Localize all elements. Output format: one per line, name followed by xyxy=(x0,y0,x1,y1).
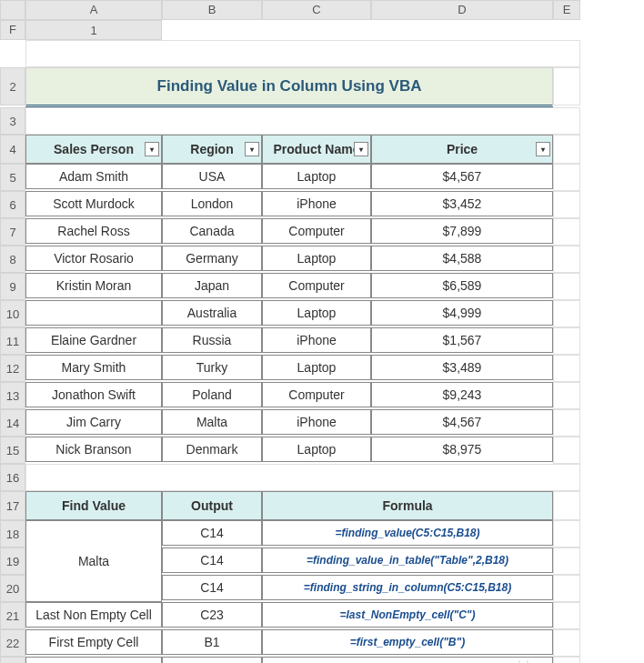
cell[interactable] xyxy=(553,218,580,246)
table-cell[interactable]: $3,489 xyxy=(371,355,553,380)
table-cell[interactable]: $4,999 xyxy=(371,300,553,326)
output-cell[interactable]: C14 xyxy=(162,520,262,546)
output-cell[interactable]: C14 xyxy=(162,547,262,573)
row-header-3[interactable]: 3 xyxy=(0,107,25,135)
table-cell[interactable]: Turky xyxy=(162,355,262,380)
table-cell[interactable]: Laptop xyxy=(262,246,371,271)
cell[interactable] xyxy=(553,273,580,300)
table-cell[interactable]: USA xyxy=(162,164,262,189)
header-region[interactable]: Region▾ xyxy=(162,135,262,164)
table-cell[interactable]: Laptop xyxy=(262,437,371,462)
row-header-6[interactable]: 6 xyxy=(0,191,25,218)
table-cell[interactable]: $7,899 xyxy=(371,218,553,244)
table-cell[interactable]: Adam Smith xyxy=(25,164,162,189)
table-cell[interactable]: Laptop xyxy=(262,355,371,380)
table-cell[interactable]: London xyxy=(162,191,262,216)
table-cell[interactable]: $1,567 xyxy=(371,327,553,353)
table-cell[interactable]: $4,588 xyxy=(371,246,553,271)
cell[interactable] xyxy=(553,355,580,382)
col-header-F[interactable]: F xyxy=(0,20,25,40)
table-cell[interactable]: iPhone xyxy=(262,327,371,353)
cell[interactable] xyxy=(553,520,580,547)
cell[interactable] xyxy=(553,629,580,657)
find-value-malta[interactable]: Malta xyxy=(25,520,162,602)
row-header-11[interactable]: 11 xyxy=(0,327,25,355)
table-cell[interactable]: $6,589 xyxy=(371,273,553,298)
table-cell[interactable]: Malta xyxy=(162,409,262,435)
table-cell[interactable]: iPhone xyxy=(262,409,371,435)
table-cell[interactable]: Scott Murdock xyxy=(25,191,162,216)
formula-cell[interactable]: =next_empty_cell(B7) xyxy=(262,657,553,663)
output-cell[interactable]: C14 xyxy=(162,575,262,600)
row-header-8[interactable]: 8 xyxy=(0,246,25,273)
filter-icon[interactable]: ▾ xyxy=(145,142,159,156)
cell[interactable] xyxy=(553,191,580,218)
row-header-15[interactable]: 15 xyxy=(0,437,25,464)
formula-cell[interactable]: =finding_value(C5:C15,B18) xyxy=(262,520,553,546)
table-cell[interactable]: $4,567 xyxy=(371,409,553,435)
row-header-1[interactable]: 1 xyxy=(25,20,162,40)
cell[interactable] xyxy=(553,327,580,355)
row-header-2[interactable]: 2 xyxy=(0,67,25,105)
row-header-14[interactable]: 14 xyxy=(0,409,25,437)
cell[interactable] xyxy=(25,107,580,135)
find-value-cell[interactable]: Last Non Empty Cell xyxy=(25,602,162,628)
row-header-13[interactable]: 13 xyxy=(0,382,25,409)
row-header-5[interactable]: 5 xyxy=(0,164,25,191)
table-cell[interactable]: iPhone xyxy=(262,191,371,216)
row-header-16[interactable]: 16 xyxy=(0,464,25,491)
table-cell[interactable]: $3,452 xyxy=(371,191,553,216)
header-formula[interactable]: Formula xyxy=(262,491,553,520)
col-header-D[interactable]: D xyxy=(371,0,553,20)
table-cell[interactable]: Computer xyxy=(262,218,371,244)
row-header-9[interactable]: 9 xyxy=(0,273,25,300)
header-product[interactable]: Product Name▾ xyxy=(262,135,371,164)
row-header-10[interactable]: 10 xyxy=(0,300,25,327)
row-header-7[interactable]: 7 xyxy=(0,218,25,246)
cell[interactable] xyxy=(553,437,580,464)
row-header-21[interactable]: 21 xyxy=(0,602,25,629)
row-header-23[interactable]: 23 xyxy=(0,657,25,663)
filter-icon[interactable]: ▾ xyxy=(245,142,259,156)
filter-icon[interactable]: ▾ xyxy=(536,142,550,156)
formula-cell[interactable]: =last_NonEmpty_cell("C") xyxy=(262,602,553,628)
formula-cell[interactable]: =finding_value_in_table("Table",2,B18) xyxy=(262,547,553,573)
table-cell[interactable]: Elaine Gardner xyxy=(25,327,162,353)
cell[interactable] xyxy=(553,135,580,164)
cell[interactable] xyxy=(553,382,580,409)
formula-cell[interactable]: =finding_string_in_column(C5:C15,B18) xyxy=(262,575,553,600)
row-header-12[interactable]: 12 xyxy=(0,355,25,382)
table-cell[interactable]: Computer xyxy=(262,382,371,407)
corner-cell[interactable] xyxy=(0,0,25,20)
cell[interactable] xyxy=(553,547,580,575)
table-cell[interactable]: Rachel Ross xyxy=(25,218,162,244)
table-cell[interactable]: $8,975 xyxy=(371,437,553,462)
row-header-22[interactable]: 22 xyxy=(0,629,25,657)
find-value-cell[interactable]: Next Empty Cell xyxy=(25,657,162,663)
cell[interactable] xyxy=(25,464,580,491)
formula-cell[interactable]: =first_empty_cell("B") xyxy=(262,629,553,655)
row-header-20[interactable]: 20 xyxy=(0,575,25,602)
cell[interactable] xyxy=(553,575,580,602)
table-cell[interactable]: Mary Smith xyxy=(25,355,162,380)
output-cell[interactable]: C23 xyxy=(162,602,262,628)
row-header-19[interactable]: 19 xyxy=(0,547,25,575)
table-cell[interactable]: Australia xyxy=(162,300,262,326)
col-header-E[interactable]: E xyxy=(553,0,580,20)
header-find-value[interactable]: Find Value xyxy=(25,491,162,520)
col-header-C[interactable]: C xyxy=(262,0,371,20)
cell[interactable] xyxy=(553,164,580,191)
output-cell[interactable]: B1 xyxy=(162,629,262,655)
table-cell[interactable]: Nick Branson xyxy=(25,437,162,462)
header-price[interactable]: Price▾ xyxy=(371,135,553,164)
table-cell[interactable]: Russia xyxy=(162,327,262,353)
table-cell[interactable] xyxy=(25,300,162,326)
col-header-A[interactable]: AA xyxy=(25,0,162,20)
table-cell[interactable]: $4,567 xyxy=(371,164,553,189)
cell[interactable] xyxy=(553,67,580,105)
cell[interactable] xyxy=(553,657,580,663)
table-cell[interactable]: $9,243 xyxy=(371,382,553,407)
row-header-17[interactable]: 17 xyxy=(0,491,25,520)
table-cell[interactable]: Laptop xyxy=(262,164,371,189)
row-header-4[interactable]: 4 xyxy=(0,135,25,164)
